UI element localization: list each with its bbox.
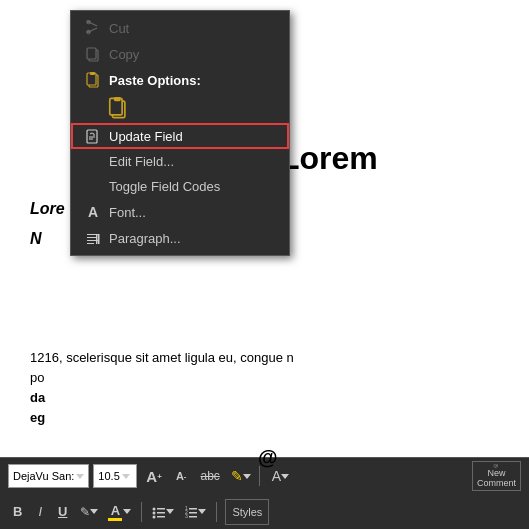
paste-header-icon <box>85 72 101 88</box>
svg-rect-29 <box>189 512 197 514</box>
font-color-icon: A <box>108 503 122 521</box>
body-bold-da: da <box>30 390 45 405</box>
separator-2 <box>141 502 142 522</box>
separator-1 <box>259 466 260 486</box>
scissors-icon <box>85 20 101 36</box>
cut-label: Cut <box>109 21 129 36</box>
svg-rect-31 <box>189 516 197 518</box>
svg-rect-5 <box>87 48 96 59</box>
new-comment-button[interactable]: NewComment <box>472 461 521 491</box>
doc-title: Lorem <box>280 140 378 177</box>
font-shrink-icon: A <box>176 470 184 482</box>
font-grow-button[interactable]: A+ <box>141 466 167 487</box>
update-field-label: Update Field <box>109 129 183 144</box>
menu-item-copy[interactable]: Copy <box>71 41 289 67</box>
text-highlight-icon: ✎ <box>80 505 90 519</box>
menu-item-cut[interactable]: Cut <box>71 15 289 41</box>
paste-icon-1[interactable] <box>107 97 129 119</box>
paragraph-label: Paragraph... <box>109 231 181 246</box>
doc-body-line3: 1216, scelerisque sit amet ligula eu, co… <box>30 350 520 365</box>
svg-point-22 <box>153 511 156 514</box>
font-size-value: 10.5 <box>98 470 119 482</box>
menu-item-update-field[interactable]: Update Field <box>71 123 289 149</box>
menu-item-paragraph[interactable]: Paragraph... <box>71 225 289 251</box>
font-label: Font... <box>109 205 146 220</box>
highlight-chevron <box>243 474 251 479</box>
font-size-chevron <box>122 474 130 479</box>
font-color-chevron <box>123 509 131 514</box>
at-icon: A <box>272 468 281 484</box>
body-text-part1: Lor <box>30 200 56 217</box>
body-line3-text: 1216, scelerisque sit amet ligula eu, co… <box>30 350 294 365</box>
at-chevron <box>281 474 289 479</box>
toggle-field-label: Toggle Field Codes <box>109 179 220 194</box>
doc-body-line4: po <box>30 370 520 385</box>
svg-rect-25 <box>157 516 165 518</box>
svg-rect-15 <box>96 234 98 244</box>
doc-body-bold: da <box>30 390 45 405</box>
paragraph-icon <box>85 230 101 246</box>
at-text: @ <box>258 446 278 468</box>
at-symbol: @ <box>258 446 278 469</box>
numbered-list-chevron <box>198 509 206 514</box>
toolbar-row2: B I U ✎ A <box>0 494 529 529</box>
italic-button[interactable]: I <box>33 502 47 521</box>
abc-button[interactable]: abc <box>196 467 225 485</box>
font-color-bar <box>108 518 122 521</box>
context-menu: Cut Copy Paste Options: <box>70 10 290 256</box>
numbered-list-button[interactable]: 1 2 3 <box>182 503 208 521</box>
menu-item-toggle-field[interactable]: Toggle Field Codes <box>71 174 289 199</box>
highlight-button[interactable]: ✎ <box>229 466 253 486</box>
doc-body-eg: eg <box>30 410 45 425</box>
font-color-button[interactable]: A <box>106 501 133 523</box>
bold-label: B <box>13 504 22 519</box>
menu-item-edit-field[interactable]: Edit Field... <box>71 149 289 174</box>
svg-rect-23 <box>157 512 165 514</box>
paste-icons-row <box>71 93 289 123</box>
menu-item-font[interactable]: A Font... <box>71 199 289 225</box>
paste-options-header: Paste Options: <box>71 67 289 93</box>
body-text-part2: e <box>56 200 65 217</box>
styles-button[interactable]: Styles <box>225 499 269 525</box>
italic-label: I <box>38 504 42 519</box>
text-highlight-button[interactable]: ✎ <box>78 503 100 521</box>
edit-field-label: Edit Field... <box>109 154 174 169</box>
body-n: N <box>30 230 42 247</box>
svg-text:3: 3 <box>185 513 188 519</box>
numbered-list-icon: 1 2 3 <box>184 505 198 519</box>
font-shrink-button[interactable]: A- <box>171 468 192 484</box>
body-line4-start: po <box>30 370 44 385</box>
svg-point-24 <box>153 515 156 518</box>
font-shrink-sup: - <box>184 472 187 481</box>
font-size-dropdown[interactable]: 10.5 <box>93 464 137 488</box>
font-grow-icon: A <box>146 468 157 485</box>
svg-rect-21 <box>157 508 165 510</box>
copy-icon <box>85 46 101 62</box>
font-family-value: DejaVu San: <box>13 470 74 482</box>
bold-button[interactable]: B <box>8 502 27 521</box>
font-family-chevron <box>76 474 84 479</box>
font-grow-sup: + <box>157 472 162 481</box>
underline-label: U <box>58 504 67 519</box>
bullet-list-button[interactable] <box>150 503 176 521</box>
underline-button[interactable]: U <box>53 502 72 521</box>
abc-label: abc <box>201 469 220 483</box>
update-field-icon <box>85 128 101 144</box>
svg-rect-8 <box>90 72 95 75</box>
paste-options-label-text: Paste Options: <box>109 73 201 88</box>
at-button[interactable]: A <box>270 466 291 486</box>
highlight-icon: ✎ <box>231 468 243 484</box>
svg-rect-11 <box>114 97 121 101</box>
font-icon: A <box>85 204 101 220</box>
body-bold-eg: eg <box>30 410 45 425</box>
svg-rect-16 <box>98 234 100 244</box>
text-highlight-chevron <box>90 509 98 514</box>
bullet-list-icon <box>152 505 166 519</box>
svg-point-20 <box>153 507 156 510</box>
bullet-list-chevron <box>166 509 174 514</box>
font-family-dropdown[interactable]: DejaVu San: <box>8 464 89 488</box>
styles-label: Styles <box>232 506 262 518</box>
separator-3 <box>216 502 217 522</box>
copy-label: Copy <box>109 47 139 62</box>
svg-rect-27 <box>189 508 197 510</box>
